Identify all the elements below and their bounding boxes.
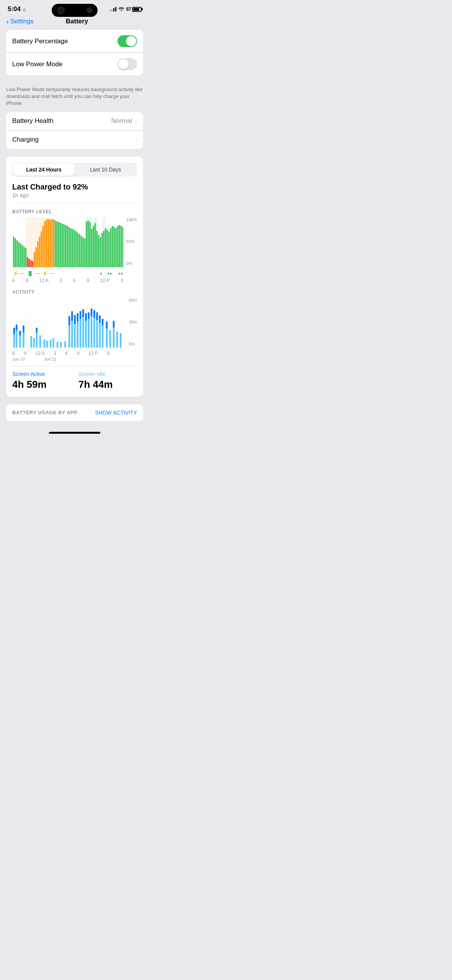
- last-charged-time: 1h ago: [12, 192, 137, 198]
- svg-rect-107: [64, 341, 66, 348]
- svg-rect-110: [71, 321, 73, 348]
- activity-y-60: 60m: [129, 298, 137, 302]
- svg-rect-64: [100, 237, 101, 267]
- act-x-6-2: 6: [65, 351, 68, 356]
- svg-rect-62: [96, 231, 98, 267]
- screen-idle-value: 7h 44m: [78, 379, 137, 390]
- svg-rect-40: [58, 222, 60, 267]
- svg-rect-31: [42, 226, 44, 267]
- charging-label: Charging: [12, 136, 39, 144]
- svg-rect-68: [107, 230, 108, 267]
- battery-health-value: Normal ›: [111, 117, 137, 125]
- di-sensor: [87, 8, 92, 13]
- wifi-icon: [118, 6, 124, 12]
- svg-rect-32: [44, 221, 46, 267]
- svg-rect-53: [81, 236, 82, 267]
- screen-idle-label: Screen Idle: [78, 371, 137, 377]
- activity-label: ACTIVITY: [12, 289, 137, 295]
- svg-rect-140: [120, 333, 122, 348]
- svg-rect-48: [72, 229, 73, 267]
- svg-rect-92: [19, 335, 21, 348]
- low-power-mode-row: Low Power Mode: [6, 52, 143, 75]
- svg-rect-100: [39, 335, 41, 348]
- back-label: Settings: [10, 18, 34, 25]
- svg-rect-122: [88, 319, 90, 348]
- activity-separator: [12, 366, 137, 366]
- act-x-12a: 12 A: [36, 351, 45, 356]
- svg-rect-133: [102, 319, 104, 325]
- screen-active-label: Screen Active: [12, 371, 71, 377]
- charging-value: ›: [135, 137, 137, 143]
- y-label-50: 50%: [126, 239, 137, 244]
- status-time: 5:04 ⌂: [8, 5, 26, 13]
- low-power-mode-toggle[interactable]: [117, 58, 137, 70]
- svg-rect-98: [36, 332, 38, 348]
- last-10-days-btn[interactable]: Last 10 Days: [75, 163, 136, 176]
- battery-toggle-section: Battery Percentage Low Power Mode: [6, 30, 143, 75]
- activity-chart: 60m 30m 0m: [12, 298, 137, 348]
- chart-card: Last 24 Hours Last 10 Days Last Charged …: [6, 157, 143, 397]
- date-jun11: Jun 11: [44, 357, 57, 361]
- battery-health-row[interactable]: Battery Health Normal ›: [6, 112, 143, 130]
- activity-x-labels-container: 6 9 12 A 3 6 9 12 P 3 Jun 10 Jun 11: [12, 351, 137, 361]
- x-label-3-1: 3: [60, 278, 62, 283]
- svg-rect-136: [109, 330, 111, 348]
- signal-bars: [109, 7, 116, 11]
- svg-rect-42: [62, 224, 63, 267]
- back-button[interactable]: ‹ Settings: [6, 18, 34, 25]
- svg-rect-36: [51, 219, 53, 267]
- x-label-12p: 12 P: [100, 278, 110, 283]
- screen-idle-item: Screen Idle 7h 44m: [78, 371, 137, 390]
- svg-rect-63: [98, 235, 100, 267]
- activity-x-labels: 6 9 12 A 3 6 9 12 P 3: [12, 351, 123, 356]
- svg-rect-16: [16, 240, 18, 267]
- svg-rect-58: [89, 222, 91, 267]
- battery-percentage-row: Battery Percentage: [6, 30, 143, 52]
- green-dot-3: ●●: [118, 271, 123, 276]
- svg-rect-109: [69, 316, 70, 325]
- svg-rect-108: [69, 325, 70, 348]
- svg-rect-49: [73, 230, 75, 267]
- show-activity-button[interactable]: SHOW ACTIVITY: [95, 410, 137, 416]
- svg-rect-114: [77, 322, 79, 348]
- x-label-12a: 12 A: [39, 278, 49, 283]
- toggle-thumb: [126, 36, 136, 46]
- activity-y-30: 30m: [129, 320, 137, 324]
- svg-rect-120: [85, 321, 87, 348]
- battery-indicator: 87: [126, 7, 142, 12]
- svg-rect-71: [112, 226, 113, 267]
- svg-rect-135: [106, 322, 108, 328]
- svg-rect-95: [23, 325, 24, 332]
- battery-percentage-toggle[interactable]: [117, 35, 137, 47]
- svg-rect-29: [39, 237, 41, 267]
- svg-rect-76: [121, 226, 122, 267]
- svg-rect-116: [80, 319, 82, 348]
- svg-rect-112: [74, 324, 76, 348]
- battery-bars-area: [12, 217, 123, 267]
- time-display: 5:04: [8, 5, 21, 13]
- dynamic-island: [52, 4, 98, 17]
- svg-rect-75: [119, 225, 120, 267]
- home-icon: ⌂: [23, 7, 26, 12]
- battery-box: [132, 7, 142, 12]
- svg-rect-103: [50, 340, 52, 348]
- svg-rect-14: [13, 237, 15, 267]
- svg-rect-139: [116, 332, 118, 348]
- svg-rect-90: [16, 330, 18, 348]
- charging-row[interactable]: Charging ›: [6, 130, 143, 149]
- svg-rect-138: [113, 321, 115, 328]
- green-dot-2: ●●: [107, 271, 112, 276]
- svg-rect-91: [16, 325, 18, 330]
- svg-rect-128: [96, 320, 98, 348]
- green-dot-1: ●: [100, 271, 103, 276]
- bolt-dash-2: —: [36, 271, 40, 276]
- x-label-6-2: 6: [73, 278, 76, 283]
- svg-rect-41: [60, 223, 61, 267]
- svg-rect-129: [96, 312, 98, 320]
- battery-usage-bar: BATTERY USAGE BY APP SHOW ACTIVITY: [6, 404, 143, 421]
- svg-rect-70: [110, 228, 112, 267]
- back-chevron-icon: ‹: [6, 18, 9, 25]
- last-24-hours-btn[interactable]: Last 24 Hours: [13, 163, 75, 176]
- svg-rect-57: [88, 220, 89, 267]
- svg-rect-118: [82, 317, 84, 348]
